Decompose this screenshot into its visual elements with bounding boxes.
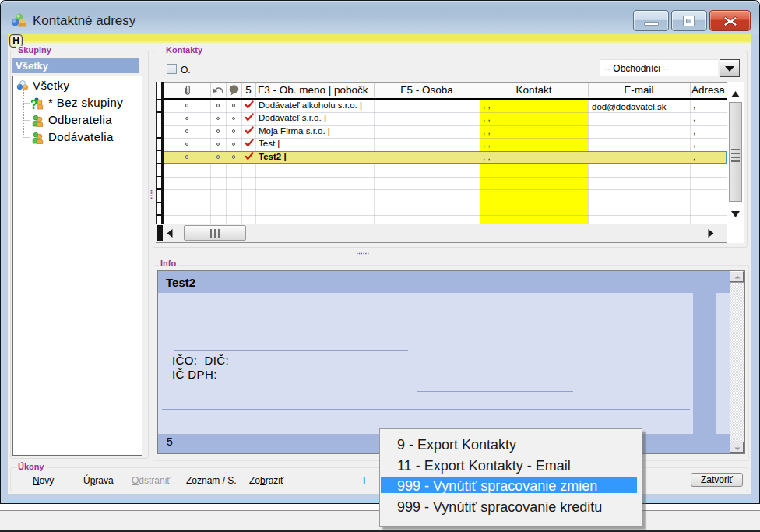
svg-text:?: ?: [31, 98, 37, 111]
